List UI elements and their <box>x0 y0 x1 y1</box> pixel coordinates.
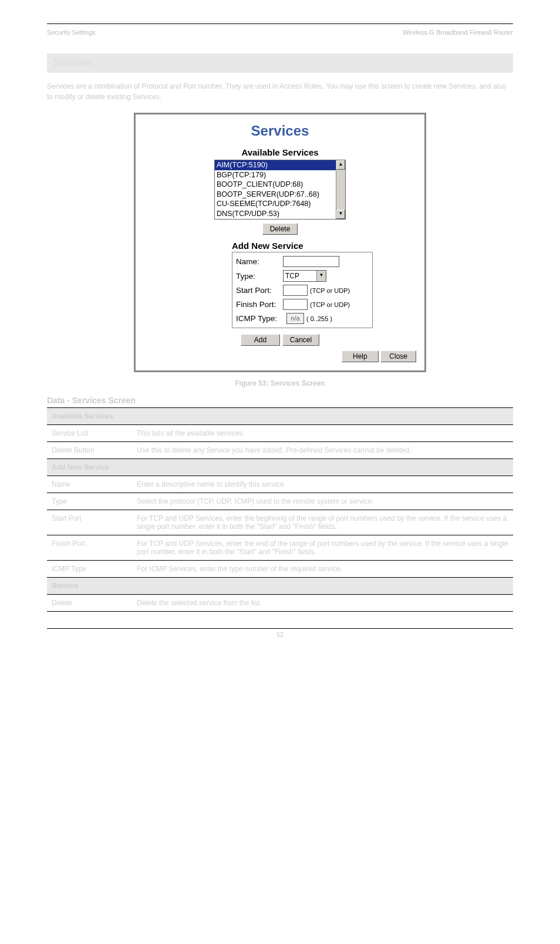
list-item[interactable]: AIM(TCP:5190) <box>215 160 345 170</box>
close-button[interactable]: Close <box>380 350 416 362</box>
figure-caption: Figure 53: Services Screen <box>47 379 513 387</box>
data-heading: Data - Services Screen <box>47 396 513 405</box>
add-service-form: Name: Type: TCP ▼ Start Port: (TCP or UD… <box>232 252 373 328</box>
cancel-button[interactable]: Cancel <box>282 334 319 346</box>
table-row: Delete Delete the selected service from … <box>47 595 513 612</box>
scroll-up-icon[interactable]: ▲ <box>336 160 345 170</box>
table-section: Available Services <box>47 408 513 425</box>
name-label: Name: <box>236 257 281 266</box>
table-row: Delete Button Use this to delete any Ser… <box>47 442 513 459</box>
add-new-service-label: Add New Service <box>232 241 416 251</box>
list-item[interactable]: BOOTP_SERVER(UDP:67..68) <box>215 190 345 200</box>
type-value: TCP <box>285 272 299 280</box>
table-row: Start Port For TCP and UDP Services, ent… <box>47 510 513 535</box>
add-button[interactable]: Add <box>241 334 280 346</box>
services-dialog: Services Available Services AIM(TCP:5190… <box>134 113 426 372</box>
table-row: Name Enter a descriptive name to identif… <box>47 476 513 493</box>
icmp-type-hint: ( 0..255 ) <box>306 315 332 322</box>
icmp-type-label: ICMP Type: <box>236 314 284 323</box>
help-button[interactable]: Help <box>342 350 379 362</box>
delete-button[interactable]: Delete <box>262 223 298 235</box>
start-port-input[interactable] <box>283 285 308 296</box>
intro-text: Services are a combination of Protocol a… <box>47 81 513 102</box>
start-port-label: Start Port: <box>236 286 281 295</box>
table-row: Type Select the protocol (TCP, UDP, ICMP… <box>47 493 513 510</box>
table-section: Add New Service <box>47 459 513 476</box>
finish-port-label: Finish Port: <box>236 300 281 309</box>
table-section: Buttons <box>47 578 513 595</box>
available-services-label: Available Services <box>144 147 416 157</box>
list-item[interactable]: DNS(TCP/UDP:53) <box>215 209 345 219</box>
chevron-down-icon[interactable]: ▼ <box>316 271 326 281</box>
page-number: 52 <box>47 628 513 638</box>
name-input[interactable] <box>283 256 339 267</box>
list-item[interactable]: CU-SEEME(TCP/UDP:7648) <box>215 199 345 209</box>
scroll-down-icon[interactable]: ▼ <box>336 210 345 219</box>
services-data-table: Available Services Service List This lis… <box>47 407 513 612</box>
dialog-title: Services <box>144 123 416 139</box>
table-row: Finish Port For TCP and UDP Services, en… <box>47 535 513 561</box>
start-port-hint: (TCP or UDP) <box>310 287 350 294</box>
list-item[interactable]: BOOTP_CLIENT(UDP:68) <box>215 180 345 190</box>
listbox-scrollbar[interactable]: ▲ ▼ <box>336 160 345 219</box>
section-title: Services <box>47 53 513 73</box>
table-row: ICMP Type For ICMP Services, enter the t… <box>47 561 513 578</box>
table-row: Service List This lists all the availabl… <box>47 425 513 442</box>
list-item[interactable]: BGP(TCP:179) <box>215 170 345 180</box>
finish-port-input[interactable] <box>283 299 308 310</box>
type-label: Type: <box>236 272 281 281</box>
finish-port-hint: (TCP or UDP) <box>310 301 350 308</box>
services-listbox[interactable]: AIM(TCP:5190) BGP(TCP:179) BOOTP_CLIENT(… <box>214 160 346 220</box>
icmp-type-input[interactable]: n/a <box>286 313 304 324</box>
header-left: Security Settings <box>47 29 96 36</box>
type-select[interactable]: TCP ▼ <box>283 270 326 282</box>
header-right: Wireless-G Broadband Firewall Router <box>403 29 513 36</box>
